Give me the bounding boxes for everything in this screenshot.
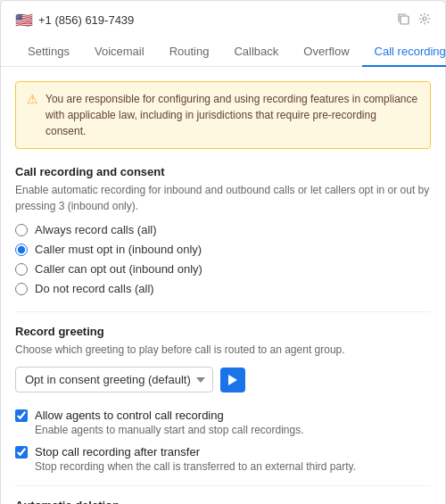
greeting-select-row: Opt in consent greeting (default) xyxy=(15,367,431,392)
radio-never-input[interactable] xyxy=(15,283,28,295)
greeting-select[interactable]: Opt in consent greeting (default) xyxy=(15,367,213,392)
radio-opt-out[interactable]: Caller can opt out (inbound only) xyxy=(15,262,431,276)
header-icons xyxy=(397,12,431,28)
tab-settings[interactable]: Settings xyxy=(15,37,82,67)
stop-transfer-item: Stop call recording after transfer Stop … xyxy=(15,445,431,473)
auto-deletion-section: Automatic deletion Choose how long to ke… xyxy=(15,499,431,504)
phone-info: 🇺🇸 +1 (856) 619-7439 xyxy=(15,12,134,29)
auto-deletion-title: Automatic deletion xyxy=(15,499,431,504)
tab-overflow[interactable]: Overflow xyxy=(291,37,361,67)
radio-never-label: Do not record calls (all) xyxy=(35,282,154,295)
tab-routing[interactable]: Routing xyxy=(157,37,222,67)
call-recording-title: Call recording and consent xyxy=(15,165,431,178)
copy-icon[interactable] xyxy=(397,12,409,28)
allow-agents-item: Allow agents to control call recording E… xyxy=(15,409,431,436)
stop-transfer-content: Stop call recording after transfer Stop … xyxy=(35,445,356,473)
stop-transfer-label: Stop call recording after transfer xyxy=(35,445,356,459)
allow-agents-label: Allow agents to control call recording xyxy=(35,409,304,422)
svg-point-1 xyxy=(423,17,426,21)
allow-agents-checkbox[interactable] xyxy=(15,409,28,422)
radio-opt-in[interactable]: Caller must opt in (inbound only) xyxy=(15,243,431,256)
record-greeting-section: Record greeting Choose which greeting to… xyxy=(15,325,431,392)
radio-always[interactable]: Always record calls (all) xyxy=(15,223,431,236)
main-window: 🇺🇸 +1 (856) 619-7439 xyxy=(0,0,446,504)
tab-callback[interactable]: Callback xyxy=(221,37,291,67)
phone-row: 🇺🇸 +1 (856) 619-7439 xyxy=(15,12,431,29)
phone-number: +1 (856) 619-7439 xyxy=(38,13,134,27)
stop-transfer-desc: Stop recording when the call is transfer… xyxy=(35,460,356,473)
radio-opt-out-label: Caller can opt out (inbound only) xyxy=(35,262,202,276)
alert-text: You are responsible for configuring and … xyxy=(45,91,419,139)
alert-icon: ⚠ xyxy=(27,92,38,139)
stop-transfer-checkbox[interactable] xyxy=(15,446,28,459)
radio-opt-out-input[interactable] xyxy=(15,263,28,276)
header: 🇺🇸 +1 (856) 619-7439 xyxy=(1,1,445,67)
radio-always-label: Always record calls (all) xyxy=(35,223,157,236)
radio-group: Always record calls (all) Caller must op… xyxy=(15,223,431,295)
alert-box: ⚠ You are responsible for configuring an… xyxy=(15,81,431,149)
radio-never[interactable]: Do not record calls (all) xyxy=(15,282,431,295)
checkbox-section: Allow agents to control call recording E… xyxy=(15,409,431,473)
tab-voicemail[interactable]: Voicemail xyxy=(82,37,157,67)
content-area: ⚠ You are responsible for configuring an… xyxy=(1,67,445,504)
radio-opt-in-input[interactable] xyxy=(15,244,28,256)
radio-always-input[interactable] xyxy=(15,224,28,236)
play-button[interactable] xyxy=(220,368,245,392)
flag-icon: 🇺🇸 xyxy=(15,12,33,29)
tabs: Settings Voicemail Routing Callback Over… xyxy=(15,37,431,66)
tab-call-recording[interactable]: Call recording xyxy=(362,37,446,67)
record-greeting-desc: Choose which greeting to play before cal… xyxy=(15,342,431,358)
allow-agents-content: Allow agents to control call recording E… xyxy=(35,409,304,436)
call-recording-section: Call recording and consent Enable automa… xyxy=(15,165,431,295)
record-greeting-title: Record greeting xyxy=(15,325,431,338)
svg-rect-0 xyxy=(401,16,409,24)
radio-opt-in-label: Caller must opt in (inbound only) xyxy=(35,243,202,256)
call-recording-desc: Enable automatic recording for inbound a… xyxy=(15,182,431,214)
settings-icon[interactable] xyxy=(418,12,431,28)
allow-agents-desc: Enable agents to manually start and stop… xyxy=(35,424,304,436)
